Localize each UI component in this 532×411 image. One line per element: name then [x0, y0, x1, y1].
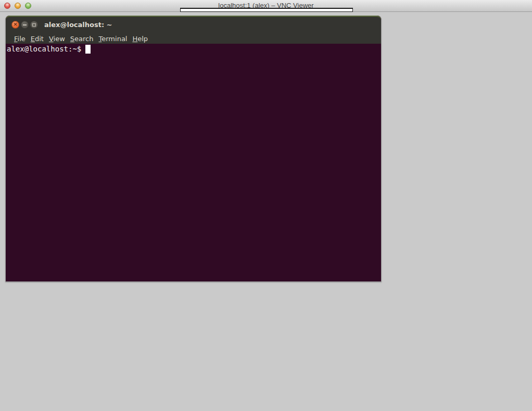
- menu-item-search[interactable]: Search: [68, 34, 96, 44]
- minimize-icon: [23, 24, 27, 25]
- terminal-maximize-button[interactable]: [30, 21, 38, 29]
- terminal-titlebar[interactable]: ✕ alex@localhost: ~: [6, 17, 381, 33]
- terminal-title: alex@localhost: ~: [44, 17, 112, 33]
- close-icon: ✕: [14, 22, 18, 27]
- terminal-menubar: File Edit View Search Terminal Help: [6, 33, 381, 45]
- shell-prompt: alex@localhost:~$: [7, 44, 81, 54]
- terminal-window-controls: ✕: [11, 21, 38, 29]
- terminal-minimize-button[interactable]: [21, 21, 29, 29]
- menu-item-file[interactable]: File: [11, 34, 28, 44]
- terminal-close-button[interactable]: ✕: [11, 21, 19, 29]
- menu-item-view[interactable]: View: [46, 34, 68, 44]
- menu-item-help[interactable]: Help: [130, 34, 150, 44]
- terminal-cursor: [85, 45, 91, 54]
- maximize-icon: [32, 23, 36, 27]
- remote-desktop: ✕ alex@localhost: ~ File Edit View Searc…: [0, 12, 532, 411]
- vnc-toolbar-handle[interactable]: [180, 8, 353, 12]
- terminal-prompt-line: alex@localhost:~$: [7, 44, 381, 54]
- menu-item-terminal[interactable]: Terminal: [96, 34, 130, 44]
- menu-item-edit[interactable]: Edit: [28, 34, 46, 44]
- terminal-chrome: ✕ alex@localhost: ~ File Edit View Searc…: [6, 16, 381, 44]
- terminal-window: ✕ alex@localhost: ~ File Edit View Searc…: [5, 16, 382, 282]
- terminal-screen[interactable]: alex@localhost:~$: [6, 44, 381, 281]
